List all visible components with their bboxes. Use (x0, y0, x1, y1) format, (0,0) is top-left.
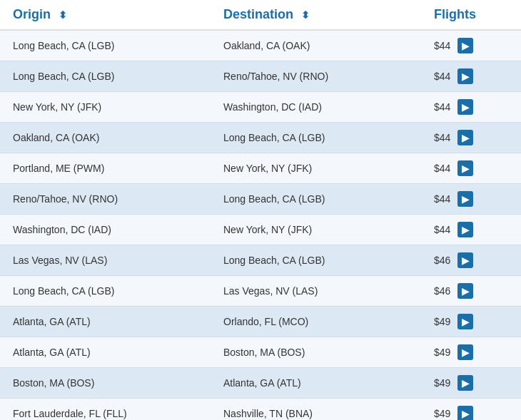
destination-cell: Boston, MA (BOS) (211, 337, 421, 368)
destination-cell: New York, NY (JFK) (211, 215, 421, 245)
origin-cell: Long Beach, CA (LGB) (0, 61, 211, 92)
flights-cell: $44▶ (421, 92, 521, 123)
price-value: $49 (434, 377, 450, 389)
origin-cell: Portland, ME (PWM) (0, 153, 211, 184)
flights-label: Flights (434, 7, 476, 21)
origin-cell: Long Beach, CA (LGB) (0, 30, 211, 61)
flight-arrow-button[interactable]: ▶ (457, 283, 473, 299)
table-body: Long Beach, CA (LGB)Oakland, CA (OAK)$44… (0, 30, 521, 420)
flights-cell: $44▶ (421, 30, 521, 61)
table-row: Fort Lauderdale, FL (FLL)Nashville, TN (… (0, 399, 521, 421)
destination-cell: Washington, DC (IAD) (211, 92, 421, 123)
price-value: $49 (434, 408, 450, 419)
price-value: $46 (434, 255, 450, 266)
origin-cell: Washington, DC (IAD) (0, 215, 211, 245)
destination-label: Destination (223, 7, 293, 21)
flight-arrow-button[interactable]: ▶ (457, 68, 473, 84)
flight-arrow-button[interactable]: ▶ (457, 375, 473, 391)
flights-cell: $49▶ (421, 337, 521, 368)
price-value: $44 (434, 132, 450, 143)
flights-cell: $46▶ (421, 276, 521, 307)
table-row: Long Beach, CA (LGB)Reno/Tahoe, NV (RNO)… (0, 61, 521, 92)
origin-cell: Long Beach, CA (LGB) (0, 276, 211, 307)
destination-cell: Long Beach, CA (LGB) (211, 123, 421, 153)
origin-cell: Atlanta, GA (ATL) (0, 307, 211, 337)
flight-arrow-button[interactable]: ▶ (457, 314, 473, 329)
table-row: Boston, MA (BOS)Atlanta, GA (ATL)$49▶ (0, 368, 521, 399)
flight-arrow-button[interactable]: ▶ (457, 252, 473, 268)
destination-cell: Long Beach, CA (LGB) (211, 245, 421, 276)
table-row: Atlanta, GA (ATL)Orlando, FL (MCO)$49▶ (0, 307, 521, 337)
table-row: Atlanta, GA (ATL)Boston, MA (BOS)$49▶ (0, 337, 521, 368)
origin-cell: Boston, MA (BOS) (0, 368, 211, 399)
destination-cell: Las Vegas, NV (LAS) (211, 276, 421, 307)
flight-arrow-button[interactable]: ▶ (457, 222, 473, 237)
table-row: Reno/Tahoe, NV (RNO)Long Beach, CA (LGB)… (0, 184, 521, 215)
table-row: Washington, DC (IAD)New York, NY (JFK)$4… (0, 215, 521, 245)
flight-arrow-button[interactable]: ▶ (457, 191, 473, 207)
origin-label: Origin (13, 7, 51, 21)
origin-cell: Reno/Tahoe, NV (RNO) (0, 184, 211, 215)
destination-cell: Long Beach, CA (LGB) (211, 184, 421, 215)
flight-arrow-button[interactable]: ▶ (457, 38, 473, 53)
flights-cell: $44▶ (421, 123, 521, 153)
price-value: $44 (434, 193, 450, 205)
flight-arrow-button[interactable]: ▶ (457, 130, 473, 145)
destination-cell: Reno/Tahoe, NV (RNO) (211, 61, 421, 92)
flights-table: Origin ⬍ Destination ⬍ Flights Long Beac… (0, 0, 521, 420)
destination-sort-icon: ⬍ (301, 9, 310, 21)
price-value: $49 (434, 316, 450, 327)
destination-cell: Nashville, TN (BNA) (211, 399, 421, 421)
price-value: $46 (434, 285, 450, 297)
flights-cell: $46▶ (421, 245, 521, 276)
flight-arrow-button[interactable]: ▶ (457, 99, 473, 115)
flight-arrow-button[interactable]: ▶ (457, 344, 473, 360)
flights-cell: $49▶ (421, 368, 521, 399)
origin-cell: Atlanta, GA (ATL) (0, 337, 211, 368)
table-row: New York, NY (JFK)Washington, DC (IAD)$4… (0, 92, 521, 123)
flight-arrow-button[interactable]: ▶ (457, 160, 473, 176)
origin-cell: Oakland, CA (OAK) (0, 123, 211, 153)
flights-table-container: Origin ⬍ Destination ⬍ Flights Long Beac… (0, 0, 521, 420)
price-value: $44 (434, 40, 450, 51)
flights-column-header: Flights (421, 0, 521, 30)
flights-cell: $49▶ (421, 399, 521, 421)
flights-cell: $44▶ (421, 61, 521, 92)
table-row: Long Beach, CA (LGB)Oakland, CA (OAK)$44… (0, 30, 521, 61)
origin-column-header[interactable]: Origin ⬍ (0, 0, 211, 30)
flight-arrow-button[interactable]: ▶ (457, 406, 473, 420)
origin-cell: New York, NY (JFK) (0, 92, 211, 123)
destination-column-header[interactable]: Destination ⬍ (211, 0, 421, 30)
table-row: Oakland, CA (OAK)Long Beach, CA (LGB)$44… (0, 123, 521, 153)
price-value: $49 (434, 347, 450, 358)
table-row: Long Beach, CA (LGB)Las Vegas, NV (LAS)$… (0, 276, 521, 307)
origin-sort-icon: ⬍ (59, 9, 67, 21)
origin-cell: Las Vegas, NV (LAS) (0, 245, 211, 276)
origin-cell: Fort Lauderdale, FL (FLL) (0, 399, 211, 421)
flights-cell: $44▶ (421, 184, 521, 215)
flights-cell: $44▶ (421, 215, 521, 245)
table-row: Portland, ME (PWM)New York, NY (JFK)$44▶ (0, 153, 521, 184)
destination-cell: Oakland, CA (OAK) (211, 30, 421, 61)
price-value: $44 (434, 101, 450, 113)
price-value: $44 (434, 71, 450, 82)
table-header-row: Origin ⬍ Destination ⬍ Flights (0, 0, 521, 30)
destination-cell: Atlanta, GA (ATL) (211, 368, 421, 399)
destination-cell: Orlando, FL (MCO) (211, 307, 421, 337)
price-value: $44 (434, 224, 450, 235)
flights-cell: $44▶ (421, 153, 521, 184)
table-row: Las Vegas, NV (LAS)Long Beach, CA (LGB)$… (0, 245, 521, 276)
price-value: $44 (434, 163, 450, 174)
destination-cell: New York, NY (JFK) (211, 153, 421, 184)
flights-cell: $49▶ (421, 307, 521, 337)
